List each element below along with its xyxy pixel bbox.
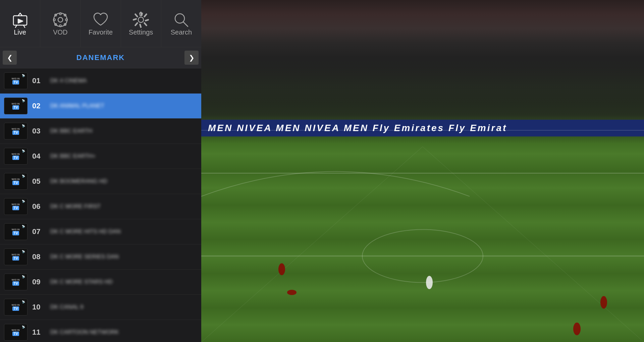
channel-name: DK CANAL 9 bbox=[50, 304, 197, 310]
next-category-button[interactable]: ❯ bbox=[184, 51, 199, 65]
channel-logo: WEIN TV 📡 bbox=[4, 148, 28, 165]
nav-label-vod: VOD bbox=[53, 28, 67, 36]
svg-point-9 bbox=[65, 19, 67, 21]
svg-line-21 bbox=[423, 147, 644, 342]
channel-item[interactable]: WEIN TV 📡 03 DK BBC EARTH bbox=[0, 119, 201, 144]
svg-point-26 bbox=[426, 276, 433, 289]
channel-item[interactable]: WEIN TV 📡 09 DK C MORE STARS HD bbox=[0, 270, 201, 295]
nav-label-live: Live bbox=[14, 28, 26, 36]
channel-name: DK C MORE SERIES DAN bbox=[50, 253, 197, 260]
channel-item[interactable]: WEIN TV 📡 10 DK CANAL 9 bbox=[0, 295, 201, 320]
channel-number: 04 bbox=[32, 152, 46, 161]
svg-point-27 bbox=[573, 323, 581, 335]
channel-logo: WEIN TV 📡 bbox=[4, 198, 28, 215]
svg-point-6 bbox=[59, 13, 61, 15]
channel-name: DK ANIMAL PLANET bbox=[50, 103, 197, 109]
channel-logo: WEIN TV 📡 bbox=[4, 173, 28, 190]
channel-item[interactable]: WEIN TV 📡 08 DK C MORE SERIES DAN bbox=[0, 244, 201, 270]
channel-logo: WEIN TV 📡 bbox=[4, 223, 28, 240]
channel-list: WEIN TV 📡 01 DK 4 CINEMA WEIN TV 📡 02 DK… bbox=[0, 68, 201, 342]
nav-item-settings[interactable]: Settings bbox=[121, 0, 161, 47]
channel-item[interactable]: WEIN TV 📡 05 DK BOOMERANG HD bbox=[0, 169, 201, 194]
channel-logo: WEIN TV 📡 bbox=[4, 248, 28, 265]
channel-name: DK CARTOON NETWORK bbox=[50, 329, 197, 336]
video-panel: MEN NIVEA MEN NIVEA MEN Fly Emirates Fly… bbox=[201, 0, 644, 342]
nav-label-settings: Settings bbox=[129, 28, 153, 36]
channel-logo: WEIN TV 📡 bbox=[4, 98, 28, 114]
channel-item[interactable]: WEIN TV 📡 02 DK ANIMAL PLANET bbox=[0, 94, 201, 119]
channel-number: 09 bbox=[32, 278, 46, 286]
svg-line-16 bbox=[183, 22, 188, 26]
channel-item[interactable]: WEIN TV 📡 11 DK CARTOON NETWORK bbox=[0, 320, 201, 342]
category-title: DANEMARK bbox=[17, 53, 184, 62]
svg-point-7 bbox=[59, 25, 61, 27]
channel-number: 11 bbox=[32, 328, 46, 337]
channel-item[interactable]: WEIN TV 📡 07 DK C MORE HITS HD DAN bbox=[0, 219, 201, 244]
channel-item[interactable]: WEIN TV 📡 01 DK 4 CINEMA bbox=[0, 68, 201, 94]
channel-number: 02 bbox=[32, 102, 46, 110]
film-icon bbox=[52, 11, 69, 28]
channel-name: DK BOOMERANG HD bbox=[50, 178, 197, 185]
svg-point-5 bbox=[58, 17, 63, 22]
svg-rect-17 bbox=[201, 130, 644, 342]
gear-icon bbox=[132, 11, 150, 28]
channel-logo: WEIN TV 📡 bbox=[4, 274, 28, 290]
svg-point-28 bbox=[600, 296, 607, 309]
heart-icon bbox=[92, 11, 109, 28]
nav-item-vod[interactable]: VOD bbox=[40, 0, 80, 47]
nav-label-search: Search bbox=[171, 28, 192, 36]
channel-name: DK 4 CINEMA bbox=[50, 77, 197, 84]
top-navigation: Live VOD Favorite bbox=[0, 0, 201, 47]
svg-line-20 bbox=[201, 147, 423, 342]
channel-name: DK C MORE FIRST bbox=[50, 203, 197, 210]
svg-marker-3 bbox=[18, 19, 23, 23]
channel-number: 05 bbox=[32, 177, 46, 186]
left-panel: Live VOD Favorite bbox=[0, 0, 201, 342]
nav-item-live[interactable]: Live bbox=[0, 0, 40, 47]
channel-number: 07 bbox=[32, 227, 46, 236]
channel-name: DK C MORE HITS HD DAN bbox=[50, 228, 197, 235]
svg-point-25 bbox=[278, 263, 285, 275]
channel-logo: WEIN TV 📡 bbox=[4, 72, 28, 89]
search-icon bbox=[172, 11, 190, 28]
channel-item[interactable]: WEIN TV 📡 04 DK BBC EARTH+ bbox=[0, 144, 201, 169]
channel-logo: WEIN TV 📡 bbox=[4, 299, 28, 316]
channel-number: 08 bbox=[32, 252, 46, 261]
channel-number: 06 bbox=[32, 202, 46, 211]
channel-logo: WEIN TV 📡 bbox=[4, 324, 28, 341]
prev-category-button[interactable]: ❮ bbox=[3, 51, 17, 65]
nav-label-favorite: Favorite bbox=[89, 28, 113, 36]
field-overlay bbox=[201, 130, 644, 342]
channel-name: DK C MORE STARS HD bbox=[50, 279, 197, 285]
channel-logo: WEIN TV 📡 bbox=[4, 123, 28, 139]
svg-point-8 bbox=[53, 19, 55, 21]
channel-number: 10 bbox=[32, 303, 46, 311]
channel-number: 03 bbox=[32, 127, 46, 135]
channel-name: DK BBC EARTH+ bbox=[50, 153, 197, 160]
tv-icon bbox=[11, 11, 29, 28]
video-background: MEN NIVEA MEN NIVEA MEN Fly Emirates Fly… bbox=[201, 0, 644, 342]
svg-point-24 bbox=[287, 290, 297, 295]
channel-item[interactable]: WEIN TV 📡 06 DK C MORE FIRST bbox=[0, 194, 201, 219]
channel-number: 01 bbox=[32, 76, 46, 85]
channel-name: DK BBC EARTH bbox=[50, 128, 197, 134]
category-bar: ❮ DANEMARK ❯ bbox=[0, 47, 201, 68]
nav-item-favorite[interactable]: Favorite bbox=[80, 0, 121, 47]
nav-item-search[interactable]: Search bbox=[161, 0, 201, 47]
svg-point-14 bbox=[138, 17, 144, 22]
